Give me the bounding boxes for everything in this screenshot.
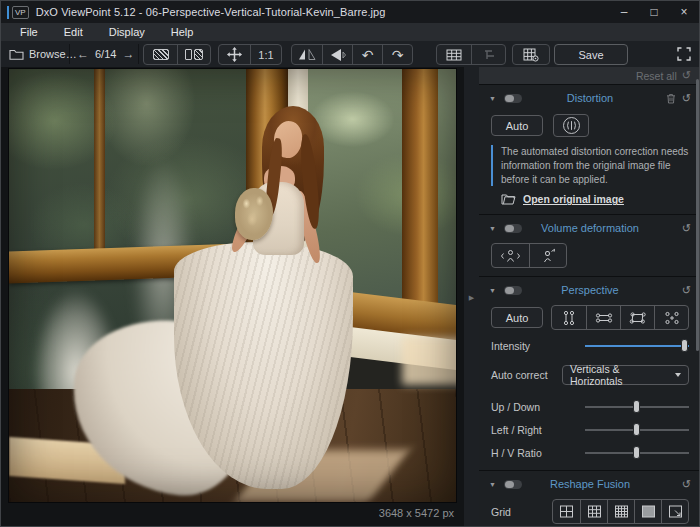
distortion-barrel-icon [562, 116, 581, 135]
auto-correct-value: Verticals & Horizontals [570, 363, 675, 387]
grid-icon [446, 49, 462, 61]
section-reshape: ▼ Reshape Fusion ↺ Grid [479, 470, 700, 524]
menu-help[interactable]: Help [160, 26, 205, 38]
undo-icon[interactable]: ↺ [682, 479, 691, 490]
pan-tool-button[interactable] [219, 45, 250, 64]
folder-icon [9, 48, 24, 60]
grid-2x2-button[interactable] [553, 500, 580, 523]
crop-tool-button[interactable] [471, 45, 505, 64]
compare-view-button[interactable] [177, 45, 210, 64]
window-title: DxO ViewPoint 5.12 - 06-Perspective-Vert… [36, 6, 386, 18]
force-verticals-button[interactable] [552, 306, 586, 329]
slider-handle[interactable] [633, 446, 640, 459]
undo-icon[interactable]: ↺ [682, 223, 691, 234]
grid-fine-button[interactable] [634, 500, 661, 523]
panel-collapse-handle[interactable]: ▶ [464, 67, 479, 527]
undo-icon[interactable]: ↺ [682, 93, 691, 104]
fullscreen-button[interactable] [677, 47, 691, 61]
person-arrows-icon [499, 248, 522, 264]
perspective-header: ▼ Perspective ↺ [479, 277, 700, 303]
minimize-button[interactable]: – [609, 1, 639, 23]
menu-edit[interactable]: Edit [53, 26, 94, 38]
rotate-ccw-button[interactable]: ↶ [352, 45, 382, 64]
volume-horizontal-button[interactable] [492, 244, 529, 267]
browse-button[interactable]: Browse… [9, 45, 77, 63]
next-image-button[interactable]: → [122, 47, 134, 61]
reshape-header: ▼ Reshape Fusion ↺ [479, 471, 700, 497]
grid-settings-button[interactable] [513, 45, 549, 64]
force-rectangle-button[interactable] [620, 306, 654, 329]
reset-all-icon: ↺ [682, 69, 691, 82]
corrected-view-button[interactable] [144, 45, 177, 64]
reset-all-button[interactable]: Reset all [636, 70, 677, 82]
open-original-image-link[interactable]: Open original image [523, 193, 624, 205]
toolbar-separator [138, 44, 139, 64]
rectangle-icon [627, 310, 649, 326]
eight-point-button[interactable] [654, 306, 688, 329]
scrollbar-thumb[interactable] [696, 79, 699, 351]
distortion-header: ▼ Distortion ↺ [479, 85, 700, 111]
distortion-info: The automated distortion correction need… [491, 145, 691, 186]
verticals-icon [558, 310, 580, 326]
auto-correct-label: Auto correct [491, 369, 548, 381]
perspective-tools-group [551, 305, 689, 330]
flip-vertical-button[interactable] [322, 45, 352, 64]
rotate-cw-button[interactable]: ↷ [382, 45, 412, 64]
prev-image-button[interactable]: ← [77, 47, 89, 61]
panel-scrollbar[interactable] [696, 67, 700, 527]
image-nav: ← 6/14 → [77, 45, 134, 63]
eight-point-icon [661, 310, 683, 326]
window-controls: – □ × [609, 1, 699, 23]
grid-label: Grid [491, 506, 511, 518]
intensity-slider[interactable] [585, 338, 689, 353]
left-right-slider[interactable] [585, 422, 689, 437]
toolbar: Browse… ← 6/14 → 1:1 [1, 41, 699, 67]
transform-group: ↶ ↷ [291, 44, 413, 65]
force-horizontals-button[interactable] [586, 306, 620, 329]
maximize-button[interactable]: □ [639, 1, 669, 23]
zoom-group: 1:1 [218, 44, 282, 65]
grid-custom-button[interactable] [661, 500, 688, 523]
flip-horizontal-button[interactable] [292, 45, 322, 64]
hv-ratio-slider[interactable] [585, 445, 689, 460]
grid-4x4-button[interactable] [607, 500, 634, 523]
grid-3x3-button[interactable] [580, 500, 607, 523]
menu-bar: File Edit Display Help [1, 23, 699, 41]
distortion-manual-button[interactable] [553, 114, 589, 137]
menu-file[interactable]: File [9, 26, 49, 38]
image-canvas[interactable]: 3648 x 5472 px [1, 67, 464, 527]
slider-handle[interactable] [633, 423, 640, 436]
horizontals-icon [593, 310, 615, 326]
photo-vignette [9, 69, 456, 502]
intensity-label: Intensity [491, 340, 530, 352]
app-logo-accent [7, 6, 9, 19]
panel-collapse-icon: ▶ [469, 294, 474, 302]
save-button[interactable]: Save [554, 44, 628, 65]
grid-settings-group [512, 44, 550, 65]
corner-ruler-icon [482, 49, 496, 61]
undo-icon[interactable]: ↺ [682, 285, 691, 296]
slider-handle[interactable] [633, 400, 640, 413]
grid-settings-icon [523, 48, 539, 62]
perspective-auto-button[interactable]: Auto [491, 307, 543, 328]
fullscreen-icon [677, 47, 691, 61]
open-original-row: Open original image [501, 193, 689, 205]
slider-handle[interactable] [681, 339, 688, 352]
left-right-label: Left / Right [491, 424, 542, 436]
flip-horizontal-icon [298, 48, 316, 61]
hv-ratio-label: H / V Ratio [491, 447, 542, 459]
close-button[interactable]: × [669, 1, 699, 23]
distortion-auto-button[interactable]: Auto [491, 115, 543, 136]
grid-overlay-button[interactable] [437, 45, 471, 64]
overlay-group [436, 44, 506, 65]
menu-display[interactable]: Display [98, 26, 156, 38]
volume-diagonal-button[interactable] [529, 244, 566, 267]
zoom-1-1-button[interactable]: 1:1 [250, 45, 281, 64]
up-down-slider[interactable] [585, 399, 689, 414]
title-bar: VP DxO ViewPoint 5.12 - 06-Perspective-V… [1, 1, 699, 23]
corrections-panel: Reset all ↺ ▼ Distortion ↺ Auto [479, 67, 700, 527]
image-dimensions-label: 3648 x 5472 px [379, 507, 454, 519]
auto-correct-dropdown[interactable]: Verticals & Horizontals [562, 365, 689, 385]
trash-icon[interactable] [666, 93, 676, 104]
grid-4x4-icon [614, 505, 629, 518]
